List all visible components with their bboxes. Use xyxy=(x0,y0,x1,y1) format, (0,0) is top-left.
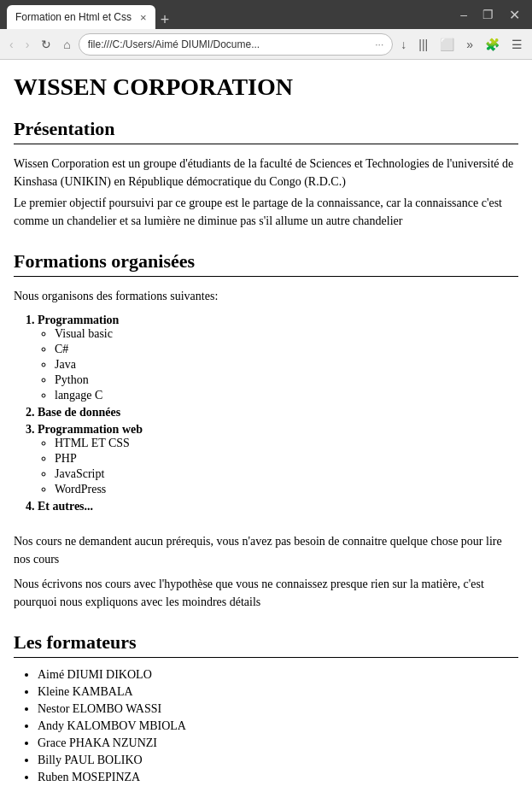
browser-chrome: Formation en Html et Css × + – ❐ ✕ xyxy=(0,0,532,29)
formations-heading: Formations organisées xyxy=(14,250,518,277)
tab-title: Formation en Html et Css xyxy=(15,11,132,23)
formateurs-heading: Les formateurs xyxy=(14,631,518,658)
more-tools-button[interactable]: » xyxy=(462,35,477,54)
site-title: WISSEN CORPORATION xyxy=(14,73,518,101)
list-item: Visual basic xyxy=(55,327,518,341)
menu-button[interactable]: ☰ xyxy=(507,35,527,54)
list-item: WordPress xyxy=(55,483,518,496)
formateurs-list: Aimé DIUMI DIKOLO Kleine KAMBALA Nestor … xyxy=(14,668,518,786)
formations-intro: Nous organisons des formations suivantes… xyxy=(14,287,518,305)
bookmarks-button[interactable]: ||| xyxy=(414,35,432,54)
formations-note2: Nous écrivons nos cours avec l'hypothèse… xyxy=(14,575,518,611)
formations-list: Programmation Visual basic C# Java Pytho… xyxy=(14,314,518,513)
list-item: Et autres... xyxy=(38,500,518,513)
list-item-label: Programmation xyxy=(38,314,119,326)
home-button[interactable]: ⌂ xyxy=(59,35,74,54)
list-item: PHP xyxy=(55,452,518,466)
sub-list: HTML ET CSS PHP JavaScript WordPress xyxy=(38,437,518,496)
formateurs-section: Les formateurs Aimé DIUMI DIKOLO Kleine … xyxy=(14,631,518,786)
list-item: Base de données xyxy=(38,406,518,419)
presentation-paragraph1: Wissen Corporation est un groupe d'étudi… xyxy=(14,155,518,191)
minimize-button[interactable]: – xyxy=(455,8,472,21)
window-controls: – ❐ ✕ xyxy=(455,7,525,23)
formations-note1: Nos cours ne demandent aucun prérequis, … xyxy=(14,532,518,568)
list-item: C# xyxy=(55,343,518,356)
address-text: file:///C:/Users/Aimé DIUMI/Docume... xyxy=(88,38,371,50)
refresh-button[interactable]: ↻ xyxy=(37,35,56,54)
list-item: Programmation web HTML ET CSS PHP JavaSc… xyxy=(38,423,518,496)
list-item: HTML ET CSS xyxy=(55,437,518,450)
download-button[interactable]: ↓ xyxy=(396,35,411,54)
list-item: Kleine KAMBALA xyxy=(38,685,518,699)
back-button[interactable]: ‹ xyxy=(5,35,18,54)
nav-right-icons: ↓ ||| ⬜ » 🧩 ☰ xyxy=(396,35,527,54)
presentation-paragraph2: Le premier objectif poursuivi par ce gro… xyxy=(14,194,518,230)
new-tab-button[interactable]: + xyxy=(161,11,170,29)
address-bar[interactable]: file:///C:/Users/Aimé DIUMI/Docume... ··… xyxy=(79,33,393,56)
list-item: Andy KALOMBOV MBIOLA xyxy=(38,719,518,733)
list-item: langage C xyxy=(55,389,518,402)
list-item: Programmation Visual basic C# Java Pytho… xyxy=(38,314,518,402)
formations-section: Formations organisées Nous organisons de… xyxy=(14,250,518,611)
close-window-button[interactable]: ✕ xyxy=(504,7,525,23)
presentation-section: Présentation Wissen Corporation est un g… xyxy=(14,118,518,230)
address-more: ··· xyxy=(375,38,383,50)
list-item: Aimé DIUMI DIKOLO xyxy=(38,668,518,682)
page-content: WISSEN CORPORATION Présentation Wissen C… xyxy=(0,60,532,786)
forward-button[interactable]: › xyxy=(21,35,34,54)
title-bar: Formation en Html et Css × + – ❐ ✕ xyxy=(0,0,532,29)
list-item: Billy PAUL BOLIKO xyxy=(38,754,518,767)
tab-overview-button[interactable]: ⬜ xyxy=(436,35,459,54)
presentation-heading: Présentation xyxy=(14,118,518,144)
list-item: Python xyxy=(55,373,518,387)
list-item-label: Programmation web xyxy=(38,423,143,436)
tab-bar: Formation en Html et Css × + xyxy=(7,0,169,29)
list-item: Nestor ELOMBO WASSI xyxy=(38,702,518,716)
sub-list: Visual basic C# Java Python langage C xyxy=(38,327,518,402)
restore-button[interactable]: ❐ xyxy=(477,8,499,21)
list-item: Ruben MOSEPINZA xyxy=(38,771,518,784)
list-item: JavaScript xyxy=(55,467,518,481)
active-tab[interactable]: Formation en Html et Css × xyxy=(7,5,155,29)
list-item: Grace PHAKA NZUNZI xyxy=(38,736,518,750)
list-item: Java xyxy=(55,358,518,372)
close-tab-button[interactable]: × xyxy=(140,11,147,24)
extensions-button[interactable]: 🧩 xyxy=(481,35,504,54)
nav-bar: ‹ › ↻ ⌂ file:///C:/Users/Aimé DIUMI/Docu… xyxy=(0,29,532,60)
